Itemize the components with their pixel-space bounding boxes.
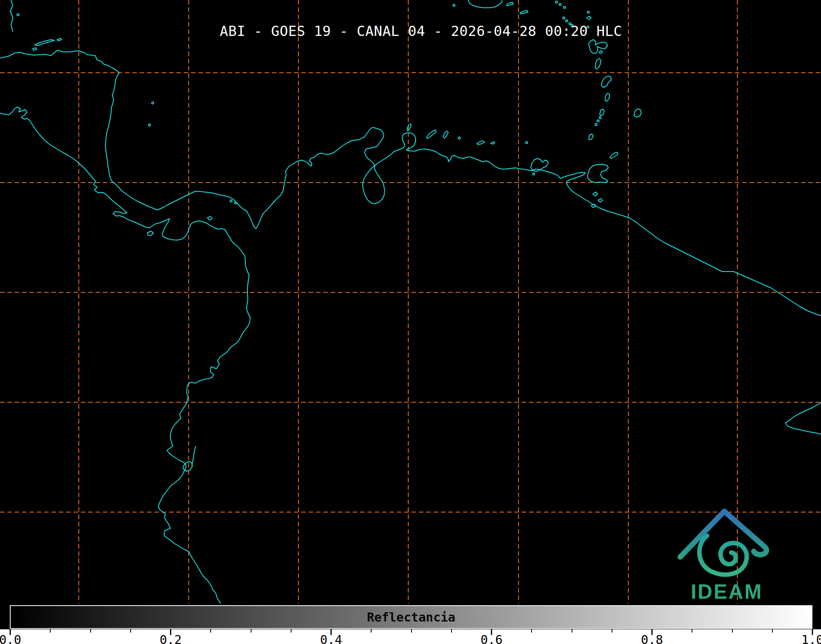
colorbar-tick [251, 629, 251, 633]
colorbar-tick [612, 629, 612, 633]
map-canvas: ABI - GOES 19 - CANAL 04 - 2026-04-28 00… [0, 0, 821, 629]
islet [595, 124, 597, 126]
islet [563, 17, 565, 19]
barbados-island [634, 109, 641, 117]
colorbar-tick [130, 629, 131, 633]
orinoco-delta-islet-2 [598, 198, 603, 202]
st-croix-island [520, 11, 528, 14]
colorbar-label: Reflectancia [367, 610, 456, 624]
page-title: ABI - GOES 19 - CANAL 04 - 2026-04-28 00… [220, 23, 622, 39]
st-vincent-island [600, 109, 604, 116]
trinidad-island [587, 164, 608, 183]
islet [566, 20, 568, 22]
colorbar-tick [572, 629, 572, 633]
aruba-island [407, 124, 411, 131]
logo-text: IDEAM [691, 580, 763, 603]
bonaire-island [443, 131, 448, 138]
marie-galante-island [599, 51, 603, 53]
brazil-coast [785, 403, 821, 434]
utila-island [33, 48, 37, 50]
islet [533, 173, 535, 175]
islet [230, 200, 232, 202]
colorbar-tick [371, 629, 372, 633]
logo-spiral-icon [699, 536, 747, 575]
guayaquil-spit [192, 446, 196, 466]
guanaja-island [57, 38, 62, 41]
curacao-island [427, 130, 436, 138]
st-lucia-island [605, 93, 610, 101]
colorbar-tick [451, 629, 452, 633]
coiba-island [147, 231, 154, 236]
islet [458, 137, 461, 139]
islet [149, 124, 151, 126]
colorbar-tick-label: 0.4 [320, 633, 342, 644]
orinoco-delta-islet-3 [591, 204, 596, 207]
tobago-island [610, 152, 618, 158]
guadeloupe-island [589, 40, 607, 53]
ideam-logo: IDEAM [673, 506, 781, 603]
colorbar-tick [210, 629, 211, 633]
pearl-islands [207, 216, 212, 220]
colorbar-tick [531, 629, 532, 633]
colorbar-tick [291, 629, 291, 633]
belize-coast [10, 0, 13, 31]
grenada-island [589, 134, 593, 140]
colorbar-tick-label: 0.6 [481, 633, 503, 644]
islet [587, 11, 590, 13]
islet [564, 7, 566, 9]
colorbar-tick [732, 629, 733, 633]
colorbar-tick-label: 0.2 [160, 633, 182, 644]
islet [17, 14, 19, 16]
caribbean-mainland-honduras-to-guiana [0, 50, 821, 316]
islet [556, 1, 558, 3]
colorbar-tick [50, 629, 51, 633]
islet [235, 202, 237, 204]
colorbar-tick-label: 1.0 [801, 633, 821, 644]
vieques-island [507, 2, 513, 6]
islet [526, 142, 528, 144]
la-orchila [491, 142, 495, 144]
satellite-image-viewer: ABI - GOES 19 - CANAL 04 - 2026-04-28 00… [0, 0, 821, 644]
colorbar-tick [772, 629, 773, 633]
pacific-mainland-fonseca-to-peru [0, 107, 250, 603]
antigua-island [587, 16, 591, 20]
los-roques [477, 141, 485, 145]
colorbar-tick [411, 629, 412, 633]
islet [597, 120, 599, 122]
colorbar-tick-label: 0.0 [0, 633, 21, 644]
colorbar-tick [692, 629, 692, 633]
colorbar-tick-label: 0.8 [641, 633, 663, 644]
orinoco-delta-islet-1 [593, 192, 598, 196]
puerto-rico-coast [468, 0, 502, 8]
colorbar-tick [90, 629, 91, 633]
islet [599, 117, 601, 119]
islet [559, 4, 561, 6]
roatan-island [35, 40, 54, 46]
islet [453, 4, 455, 7]
dominica-island [595, 58, 601, 69]
islet [152, 102, 154, 104]
martinique-island [601, 76, 611, 87]
colorbar-axis-strip [0, 629, 821, 644]
